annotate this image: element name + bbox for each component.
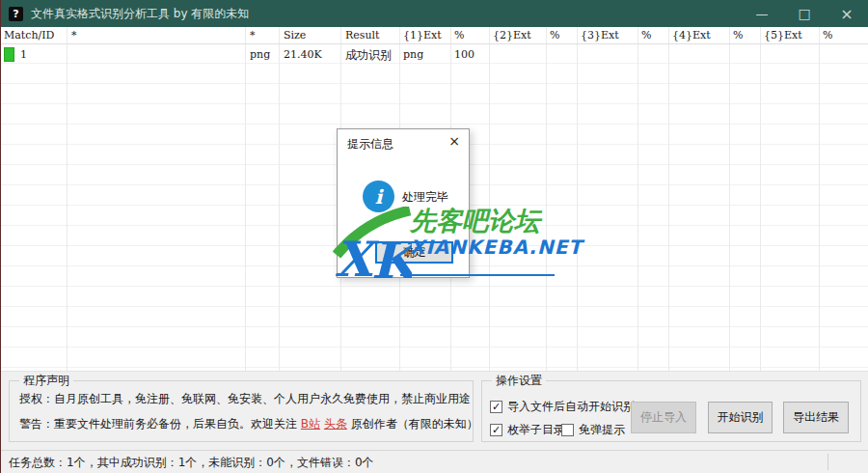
ok-button[interactable]: 确定 <box>375 241 453 264</box>
table-header-row: Match/ID * * Size Result {1}Ext % {2}Ext… <box>1 27 868 44</box>
maximize-icon[interactable]: □ <box>783 0 826 27</box>
subdir-checkbox[interactable]: ✓ <box>490 424 502 436</box>
nopopup-checkbox[interactable] <box>561 424 574 436</box>
cell-pct1: 100 <box>454 48 475 61</box>
column-header-filename[interactable]: * <box>71 29 77 42</box>
dialog-close-icon[interactable]: × <box>448 133 460 149</box>
cell-ext1: png <box>403 48 423 61</box>
titlebar: ? 文件真实格式识别分析工具 by 有限的未知 — □ × <box>1 0 868 27</box>
column-divider <box>729 27 730 371</box>
dialog-message: 处理完毕 <box>402 189 448 206</box>
column-header-ext3[interactable]: {3}Ext <box>581 29 619 42</box>
bottom-panel: 程序声明 授权：自月原创工具，免注册、免联网、免安装、个人用户永久免费使用，禁止… <box>1 371 868 450</box>
column-divider <box>279 27 280 371</box>
window-title: 文件真实格式识别分析工具 by 有限的未知 <box>31 6 249 22</box>
column-header-pct4[interactable]: % <box>733 29 743 42</box>
message-dialog: 提示信息 × i 处理完毕 确定 <box>337 128 470 278</box>
column-header-ext2[interactable]: {2}Ext <box>493 29 531 42</box>
table-row[interactable]: 1 png 21.40K 成功识别 png 100 <box>1 44 868 65</box>
nopopup-label: 免弹提示 <box>579 422 625 438</box>
statusbar: 任务总数：1个，其中成功识别：1个，未能识别：0个，文件错误：0个 <box>1 450 868 473</box>
app-window: ? 文件真实格式识别分析工具 by 有限的未知 — □ × Match/ID *… <box>0 0 868 473</box>
nopopup-option: 免弹提示 <box>561 422 625 438</box>
column-header-pct3[interactable]: % <box>641 29 651 42</box>
export-results-button[interactable]: 导出结果 <box>783 402 849 433</box>
declaration-legend: 程序声明 <box>19 373 73 389</box>
column-header-ext4[interactable]: {4}Ext <box>672 29 711 42</box>
declaration-groupbox: 程序声明 授权：自月原创工具，免注册、免联网、免安装、个人用户永久免费使用，禁止… <box>9 380 474 442</box>
column-divider <box>577 27 578 371</box>
match-indicator <box>4 47 14 62</box>
column-header-match-id[interactable]: Match/ID <box>4 29 54 42</box>
toutiao-link[interactable]: 头条 <box>324 417 347 431</box>
app-icon: ? <box>9 7 23 21</box>
column-header-ext1[interactable]: {1}Ext <box>403 29 442 42</box>
subdir-option: ✓ 枚举子目录 <box>490 422 565 438</box>
column-divider <box>760 27 761 371</box>
warning-line: 警告：重要文件处理前务必备份，后果自负。欢迎关注 B站 头条 原创作者（有限的未… <box>19 416 478 432</box>
window-controls: — □ × <box>741 0 868 27</box>
cell-result: 成功识别 <box>345 47 392 64</box>
cell-ext: png <box>250 48 270 61</box>
column-header-pct5[interactable]: % <box>823 29 832 42</box>
minimize-icon[interactable]: — <box>741 0 783 27</box>
auto-recognize-label: 导入文件后自动开始识别 <box>507 399 635 415</box>
column-divider <box>819 27 820 371</box>
warning-text-prefix: 警告：重要文件处理前务必备份，后果自负。欢迎关注 <box>19 417 301 431</box>
column-header-pct1[interactable]: % <box>454 29 464 42</box>
dialog-title: 提示信息 <box>347 136 393 153</box>
cell-size: 21.40K <box>284 48 322 61</box>
column-divider <box>489 27 490 371</box>
settings-legend: 操作设置 <box>492 373 546 389</box>
close-icon[interactable]: × <box>826 0 868 27</box>
settings-groupbox: 操作设置 ✓ 导入文件后自动开始识别 ✓ 枚举子目录 免弹提示 停止导入 开始识… <box>481 380 861 442</box>
cell-id: 1 <box>20 48 27 61</box>
auto-recognize-option: ✓ 导入文件后自动开始识别 <box>490 399 635 415</box>
column-header-ext[interactable]: * <box>250 29 256 42</box>
column-divider <box>546 27 547 371</box>
column-divider <box>637 27 638 371</box>
stop-import-button[interactable]: 停止导入 <box>631 402 696 433</box>
start-recognize-button[interactable]: 开始识别 <box>708 402 773 433</box>
column-header-pct2[interactable]: % <box>550 29 559 42</box>
column-divider <box>668 27 669 371</box>
column-divider <box>67 27 68 371</box>
info-icon: i <box>363 181 394 212</box>
bilibili-link[interactable]: B站 <box>301 417 320 431</box>
column-header-ext5[interactable]: {5}Ext <box>764 29 802 42</box>
subdir-label: 枚举子目录 <box>507 422 565 438</box>
warning-text-suffix: 原创作者（有限的未知） <box>347 417 478 431</box>
license-line: 授权：自月原创工具，免注册、免联网、免安装、个人用户永久免费使用，禁止商业用途 <box>19 391 471 407</box>
column-header-size[interactable]: Size <box>284 29 306 42</box>
auto-recognize-checkbox[interactable]: ✓ <box>490 401 502 413</box>
statusbar-divider <box>827 454 828 470</box>
task-summary: 任务总数：1个，其中成功识别：1个，未能识别：0个，文件错误：0个 <box>9 455 374 471</box>
column-divider <box>245 27 246 371</box>
column-header-result[interactable]: Result <box>345 29 379 42</box>
